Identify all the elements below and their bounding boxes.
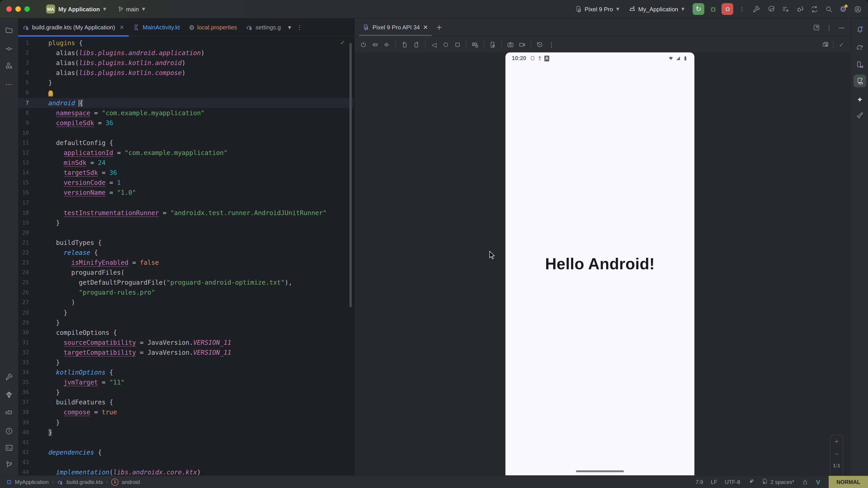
macos-minimize-button[interactable] (16, 6, 21, 12)
hide-panel-button[interactable]: — (836, 22, 847, 33)
device-selector[interactable]: Pixel 9 Pro ▼ (575, 5, 619, 13)
code-line[interactable]: 37 buildFeatures { (18, 397, 353, 408)
stop-button[interactable] (721, 3, 733, 15)
device-settings-button[interactable] (487, 39, 498, 50)
code-line[interactable]: 1plugins { (18, 38, 353, 48)
code-line[interactable]: 27 ) (18, 297, 353, 307)
device-manager-tool-button[interactable] (854, 58, 866, 71)
breadcrumb-file[interactable]: build.gradle.kts (66, 479, 103, 485)
device-screen[interactable]: 10:20 A Hello Android! (505, 53, 694, 475)
layout-inspector-button[interactable] (820, 39, 831, 50)
code-line[interactable]: 18 testInstrumentationRunner = "androidx… (18, 207, 353, 218)
code-line[interactable]: 15 versionCode = 1 (18, 178, 353, 188)
code-line[interactable]: 8 namespace = "com.example.myapplication… (18, 108, 353, 118)
tab-mainactivity[interactable]: MainActivity.kt (129, 19, 184, 36)
notifications-button[interactable] (854, 23, 866, 36)
code-line[interactable]: 4 alias(libs.plugins.kotlin.compose) (18, 68, 353, 78)
tab-settings-gradle[interactable]: settings.g (242, 19, 285, 36)
code-line[interactable]: 42dependencies { (18, 447, 353, 457)
code-line[interactable]: 16 versionName = "1.0" (18, 188, 353, 198)
ideavim-icon[interactable]: V (816, 478, 820, 486)
code-line[interactable]: 39 } (18, 417, 353, 427)
logcat-tool-button[interactable] (3, 407, 16, 419)
breadcrumb-node[interactable]: android (122, 479, 140, 485)
line-separator-widget[interactable]: LF (711, 479, 717, 485)
editor-tab-options[interactable]: ⋮ (294, 19, 305, 36)
open-in-window-button[interactable] (811, 22, 822, 33)
version-control-tool-button[interactable] (3, 458, 16, 471)
tab-build-gradle[interactable]: build.gradle.kts (My Application) ✕ (18, 19, 129, 36)
screen-record-button[interactable] (517, 39, 528, 50)
back-button[interactable]: ◁ (429, 39, 439, 50)
code-line[interactable]: 33 } (18, 357, 353, 367)
quickfix-bulb-icon[interactable] (49, 91, 53, 96)
tab-local-properties[interactable]: ⚙ local.properties (184, 19, 241, 36)
power-button[interactable] (358, 39, 369, 50)
panel-options-button[interactable]: ⋮ (824, 22, 835, 33)
code-line[interactable]: 6 (18, 88, 353, 98)
run-configuration-selector[interactable]: My_Application ▼ (628, 5, 684, 13)
code-line[interactable]: 26 "proguard-rules.pro" (18, 288, 353, 297)
home-button[interactable] (440, 39, 451, 50)
code-line[interactable]: 22 release { (18, 248, 353, 258)
gesture-navigation-bar[interactable] (576, 470, 624, 472)
indent-widget[interactable]: 2 spaces* (762, 478, 794, 486)
code-line[interactable]: 40} (18, 427, 353, 437)
more-tool-windows-button[interactable]: … (3, 76, 16, 89)
project-tool-button[interactable] (3, 24, 16, 37)
code-editor[interactable]: 1plugins {2 alias(libs.plugins.android.a… (18, 37, 353, 475)
apply-changes-button[interactable]: A (765, 3, 777, 15)
code-line[interactable]: 23 isMinifyEnabled = false (18, 258, 353, 267)
build-tool-button[interactable] (3, 370, 16, 383)
code-line[interactable]: 7android { (18, 98, 353, 108)
search-everywhere-button[interactable] (823, 3, 835, 15)
add-device-button[interactable]: + (436, 23, 442, 32)
breadcrumb[interactable]: MyApplication › build.gradle.kts › λ and… (6, 478, 140, 486)
gemini-disabled-icon[interactable] (748, 479, 754, 485)
code-line[interactable]: 25 getDefaultProguardFile("proguard-andr… (18, 278, 353, 288)
hardware-input-button[interactable] (470, 39, 480, 50)
macos-close-button[interactable] (6, 6, 12, 12)
code-line[interactable]: 24 proguardFiles( (18, 267, 353, 278)
app-quality-insights-tool-button[interactable] (3, 389, 16, 401)
caret-position-widget[interactable]: 7:9 (695, 479, 703, 485)
debug-button[interactable] (707, 3, 719, 15)
branch-selector[interactable]: main ▼ (117, 6, 145, 12)
device-tab[interactable]: Pixel 9 Pro API 34 ✕ (359, 19, 432, 36)
zoom-in-button[interactable]: + (834, 438, 839, 445)
gemini-tool-button[interactable] (854, 94, 866, 106)
rerun-button[interactable]: ↻ (692, 3, 704, 15)
overview-button[interactable] (452, 39, 463, 50)
emulator-more-button[interactable]: ⋮ (546, 39, 557, 50)
code-line[interactable]: 36 } (18, 387, 353, 397)
code-line[interactable]: 3 alias(libs.plugins.kotlin.android) (18, 58, 353, 68)
running-devices-tool-button[interactable] (854, 74, 866, 87)
editor-scrollbar[interactable] (349, 43, 352, 307)
terminal-tool-button[interactable] (3, 442, 16, 454)
close-icon[interactable]: ✕ (423, 24, 428, 31)
zoom-out-button[interactable]: − (834, 451, 839, 457)
code-line[interactable]: 5} (18, 78, 353, 88)
gradle-tool-button[interactable] (854, 41, 866, 53)
commit-tool-button[interactable] (3, 42, 16, 55)
volume-up-button[interactable] (370, 39, 381, 50)
code-line[interactable]: 9 compileSdk = 36 (18, 118, 353, 128)
code-line[interactable]: 34 kotlinOptions { (18, 367, 353, 377)
code-line[interactable]: 20 (18, 228, 353, 238)
encoding-widget[interactable]: UTF-8 (725, 479, 740, 485)
apply-code-changes-button[interactable] (779, 3, 791, 15)
hidden-tabs-dropdown[interactable]: ▼ (285, 19, 294, 36)
code-line[interactable]: 43 (18, 457, 353, 467)
code-line[interactable]: 28 } (18, 307, 353, 318)
zoom-reset-button[interactable]: 1:1 (833, 463, 840, 468)
code-line[interactable]: 29 } (18, 318, 353, 327)
code-line[interactable]: 11 defaultConfig { (18, 138, 353, 148)
readonly-lock-icon[interactable] (802, 479, 808, 485)
volume-down-button[interactable] (381, 39, 393, 50)
code-line[interactable]: 41 (18, 437, 353, 447)
rotate-right-button[interactable] (411, 39, 422, 50)
snapshots-button[interactable] (534, 39, 545, 50)
code-line[interactable]: 12 applicationId = "com.example.myapplic… (18, 148, 353, 158)
account-button[interactable] (852, 3, 864, 15)
gradle-sync-button[interactable] (808, 3, 820, 15)
